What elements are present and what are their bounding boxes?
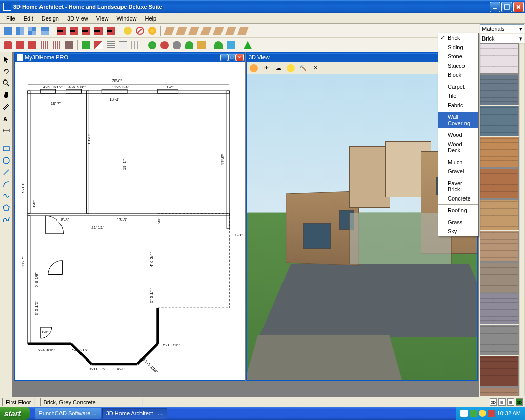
materials-menu-item[interactable]: Siding [438,43,478,52]
tool-line-icon[interactable] [1,167,12,178]
material-swatch[interactable] [480,387,519,396]
tool-roof3[interactable]: ▬ [80,25,92,36]
tool-terrain-icon[interactable] [80,39,92,51]
tool-roof5[interactable]: ▬ [105,25,116,36]
tool-window-tile2[interactable] [14,25,26,36]
tool-dimension-icon[interactable] [1,125,12,136]
tool-cam-icon[interactable]: ✕ [310,63,321,74]
tool-grid-icon[interactable] [105,39,116,51]
menu-design[interactable]: Design [37,14,63,23]
tool-mound-icon[interactable] [213,39,224,51]
materials-menu-item[interactable]: Tile [438,91,478,101]
tool-roof2[interactable]: ▬ [68,25,79,36]
materials-menu-item[interactable]: Concrete [438,194,478,203]
tray-icon-3[interactable] [479,410,486,417]
close-button[interactable] [513,2,524,12]
tool-lumber2[interactable] [176,25,187,36]
tool-deck2[interactable] [27,39,38,51]
tool-paint[interactable] [122,25,133,36]
tool-water-icon[interactable] [225,39,236,51]
material-swatch[interactable] [480,106,519,136]
tool-circle-icon[interactable] [1,155,12,166]
menu-edit[interactable]: Edit [19,14,37,23]
material-swatch[interactable] [480,199,519,230]
tool-spline-icon[interactable] [1,214,12,225]
materials-category-dropdown[interactable]: Brick [480,34,524,43]
materials-menu-item[interactable]: Paver Brick [438,178,478,194]
plan-titlebar[interactable]: My3DHome.PRO _ □ × [15,53,245,62]
tool-polygon-icon[interactable] [1,202,12,213]
material-swatch[interactable] [480,262,519,293]
task-item-2[interactable]: 3D Home Architect - ... [102,408,167,419]
tool-window-tile4[interactable] [39,25,50,36]
plan-canvas[interactable]: 70'-0" 4'-5 13/16" 4'-6 7/16" 11'-5 3/4"… [15,62,245,380]
materials-menu-item[interactable]: Mulch [438,157,478,167]
materials-menu-item[interactable]: Sky [438,227,478,236]
start-button[interactable]: start [0,407,30,420]
tool-flag-icon[interactable] [93,39,104,51]
tool-roof4[interactable]: ▬ [93,25,104,36]
material-swatch[interactable] [480,231,519,262]
tool-plant2-icon[interactable] [159,39,170,51]
tool-pan-icon[interactable] [1,89,12,101]
tool-shrub-icon[interactable] [184,39,195,51]
tool-sun-icon[interactable] [147,25,158,36]
material-swatch[interactable] [480,74,519,105]
tray-icon-2[interactable] [470,410,477,417]
tool-walk-icon[interactable] [248,63,259,74]
material-swatch[interactable] [480,356,519,387]
tray-icon-1[interactable] [460,410,468,417]
tool-deck1[interactable] [14,39,26,51]
materials-menu-item[interactable]: Block [438,70,478,79]
materials-menu-item[interactable]: Gravel [438,167,478,176]
tool-fence2[interactable] [51,39,63,51]
tool-curve-icon[interactable] [1,190,12,202]
tool-fly-icon[interactable]: ✈ [260,63,272,74]
status-2d-icon[interactable]: 2D [490,398,497,406]
tool-car-icon[interactable] [2,39,13,51]
material-swatch[interactable] [480,137,519,168]
materials-menu-item[interactable]: Stucco [438,61,478,70]
tool-lumber1[interactable] [164,25,175,36]
tool-lumber6[interactable] [225,25,236,36]
materials-menu-item[interactable]: Fabric [438,101,478,110]
tool-cloud-icon[interactable]: ☁ [273,63,284,74]
tool-plant1-icon[interactable] [147,39,158,51]
tool-roof1[interactable]: ▬ [56,25,67,36]
plan-minimize[interactable]: _ [220,54,228,61]
minimize-button[interactable] [490,2,500,12]
materials-menu-item[interactable]: Stone [438,52,478,61]
material-swatch[interactable] [480,293,519,324]
tool-text-icon[interactable]: A [1,113,12,124]
menu-help[interactable]: Help [141,14,161,23]
tool-measure-icon[interactable] [1,101,12,112]
menu-view[interactable]: View [92,14,113,23]
menu-window[interactable]: Window [112,14,140,23]
plan-close[interactable]: × [236,54,244,61]
status-view2-icon[interactable]: ▦ [507,398,514,406]
tool-redo-icon[interactable] [1,66,12,77]
tool-stripes-icon[interactable] [130,39,141,51]
tool-light-icon[interactable] [285,63,296,74]
tool-fence1[interactable] [39,39,50,51]
tool-lumber5[interactable] [213,25,224,36]
materials-menu-item[interactable]: Roofing [438,206,478,215]
tool-window-tile3[interactable] [27,25,38,36]
tool-lumber3[interactable] [188,25,199,36]
tool-lumber7[interactable] [237,25,249,36]
tool-nosmoking-icon[interactable] [134,25,146,36]
menu-3dview[interactable]: 3D View [63,14,92,23]
materials-menu-item[interactable]: Carpet [438,82,478,91]
tool-rock-icon[interactable] [171,39,183,51]
tool-lumber4[interactable] [200,25,212,36]
tool-tree-icon[interactable] [242,39,253,51]
tool-fence3[interactable] [64,39,75,51]
status-3d-icon[interactable]: 3D [516,398,523,406]
materials-scrollbar[interactable] [519,43,525,396]
tool-building-icon[interactable] [117,39,129,51]
plan-maximize[interactable]: □ [228,54,236,61]
system-tray[interactable]: 10:32 AM [456,407,525,420]
tray-clock[interactable]: 10:32 AM [497,410,521,416]
tray-icon-4[interactable] [488,410,495,417]
materials-menu-item[interactable]: Wood [438,130,478,139]
